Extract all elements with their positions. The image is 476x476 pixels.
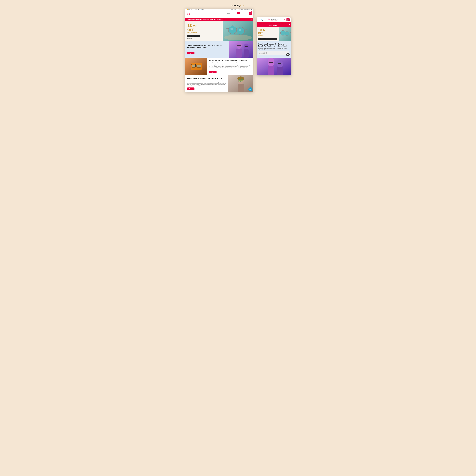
desktop-search[interactable]: 🔍: [226, 12, 240, 14]
multifocal-heading: Look Sharp and See Sharp with Our Multif…: [209, 60, 251, 61]
three-dot-button[interactable]: •••: [286, 53, 289, 56]
bluelight-explore-button[interactable]: Explore: [187, 87, 194, 90]
desktop-hero: 10% OFF sunglasses CODE: PICNIC10 ENDS 7…: [185, 21, 254, 41]
nav-contact-lenses[interactable]: CONTACT LENSES: [231, 17, 241, 18]
promo-close-button[interactable]: ×: [251, 19, 252, 20]
svg-rect-47: [278, 63, 281, 64]
bluelight-image: ANTI BLUE LIGHT: [228, 75, 254, 92]
svg-point-9: [239, 29, 241, 31]
svg-rect-43: [268, 66, 274, 75]
hero-ends: ENDS 7/31: [187, 38, 220, 39]
hero-code-box: CODE: PICNIC10: [187, 35, 200, 37]
svg-rect-14: [244, 50, 249, 58]
svg-point-35: [281, 31, 285, 35]
mobile-model-svg: [257, 58, 291, 75]
sunglasses-model-image: [229, 41, 254, 58]
mobile-sunglasses-body: Bold shapes, futuristic frames, and vers…: [258, 48, 289, 50]
bluelight-heading: Protect Your Eyes with Blue Light Filter…: [187, 78, 226, 79]
mobile-hero-discount: 10%: [258, 28, 277, 32]
mobile-logo-icon: [268, 18, 270, 21]
mobile-search-icon[interactable]: 🔍: [261, 19, 263, 21]
model-svg: [229, 41, 254, 58]
wish-lists-link[interactable]: ♥ Wish Lists: [194, 9, 199, 10]
mobile-logo-sub: PASSION FOR FASHION: [271, 20, 279, 21]
model-placeholder: [229, 41, 254, 58]
order-status-link[interactable]: ⊙ Order Status: [230, 9, 236, 10]
gift-icon: 🎁: [187, 9, 188, 10]
bluelight-body: If you've ever worried about the effect …: [187, 80, 226, 86]
nav-brands[interactable]: BRANDS: [198, 17, 203, 18]
mobile-cart-badge: 0: [289, 18, 290, 19]
desktop-promo-bar: SUMMER SALE 5% OFF + FREE SHIPPING USE C…: [185, 18, 254, 21]
multifocal-image: [185, 58, 207, 75]
desktop-bluelight-section: Protect Your Eyes with Blue Light Filter…: [185, 75, 254, 92]
mobile-model-image: [257, 58, 291, 75]
mobile-cart-button[interactable]: 🛒 0: [287, 18, 289, 21]
search-button[interactable]: 🔍: [237, 12, 240, 14]
heart-icon: ♥: [194, 9, 194, 10]
shopify-title-plus: plus: [240, 4, 244, 7]
nav-activity[interactable]: ACTIVITY: [224, 17, 229, 18]
sunglasses-body: Bold shapes, futuristic frames, and vers…: [187, 49, 227, 51]
topbar-left: 🎁 Gift Card ♥ Wish Lists 📄 Blog: [187, 9, 204, 10]
search-input[interactable]: [226, 12, 237, 14]
hamburger-icon[interactable]: ☰: [258, 19, 259, 21]
sign-in-link[interactable]: 🔒 Sign In or Create an account: [238, 9, 252, 10]
sunglasses-section-left: Sunglasses from over 400 Designer Brands…: [185, 42, 229, 56]
shopify-header: shopifyplus: [2, 2, 474, 9]
anti-blue-light-badge: ANTI BLUE LIGHT: [248, 87, 252, 91]
svg-rect-12: [236, 49, 242, 58]
blog-link[interactable]: 📄 Blog: [200, 9, 204, 10]
svg-rect-26: [238, 84, 244, 92]
hero-sunglasses: sunglasses: [187, 31, 220, 34]
screenshots-wrapper: 🎁 Gift Card ♥ Wish Lists 📄 Blog ⊙ Order …: [185, 9, 291, 92]
user-icon: 🔒: [238, 9, 239, 10]
desktop-cart-button[interactable]: 🛒 0: [249, 12, 252, 15]
rating-stars: ★★★★★: [259, 52, 265, 53]
mobile-hero-ends: ENDS 7/31: [258, 36, 277, 37]
multifocal-body: Are you tired of changing glasses based …: [209, 62, 251, 70]
promo-text: SUMMER SALE 5% OFF + FREE SHIPPING USE C…: [187, 19, 223, 20]
desktop-nav: BRANDS SUNGLASSES EYEGLASSES ACTIVITY CO…: [185, 16, 254, 18]
desktop-sunglasses-section: Sunglasses from over 400 Designer Brands…: [185, 41, 254, 58]
hero-left: 10% OFF sunglasses CODE: PICNIC10 ENDS 7…: [185, 21, 222, 41]
order-icon: ⊙: [230, 9, 230, 10]
mobile-sunglasses-section: Sunglasses from over 400 Designer Brands…: [257, 41, 291, 57]
mobile-hero-sunglasses: sunglasses: [258, 35, 277, 36]
shopify-title-bold: shopify: [232, 4, 240, 7]
mobile-promo-close[interactable]: ×: [289, 24, 290, 26]
mobile-header-left: ☰ 🔍: [258, 19, 263, 21]
svg-line-7: [245, 29, 247, 30]
nav-eyeglasses[interactable]: EYEGLASSES: [214, 17, 221, 18]
rating-box: ★★★★★ 0.0 No rating available: [258, 51, 289, 55]
sunglasses-heading: Sunglasses from over 400 Designer Brands…: [187, 44, 227, 48]
svg-point-31: [241, 80, 243, 82]
logo-text: DESIGNER® OPTICS PASSION FOR FASHION: [191, 13, 202, 14]
svg-point-0: [224, 35, 252, 40]
logo-brand-text: DESIGNER® OPTICS: [191, 13, 202, 14]
hero-image: [222, 21, 254, 41]
mobile-logo-text: DESIGNER® OPTICS PASSION FOR FASHION: [271, 19, 279, 21]
no-rating-text: No rating available: [259, 53, 288, 54]
logo-icon: [187, 12, 190, 15]
mobile-logo[interactable]: DESIGNER® OPTICS PASSION FOR FASHION: [268, 18, 279, 21]
desktop-topbar: 🎁 Gift Card ♥ Wish Lists 📄 Blog ⊙ Order …: [185, 9, 254, 11]
sunglasses-explore-button[interactable]: Explore: [187, 52, 194, 54]
cart-badge: 0: [251, 11, 252, 13]
svg-rect-16: [245, 46, 248, 47]
hero-discount: 10%: [187, 23, 220, 28]
mobile-hero-left: 10% OFF sunglasses ENDS 7/31 CODE: PICNI…: [257, 27, 279, 41]
desktop-logo[interactable]: DESIGNER® OPTICS PASSION FOR FASHION: [187, 12, 202, 15]
blog-icon: 📄: [200, 9, 202, 10]
mobile-wishlist-icon[interactable]: ♥: [284, 19, 285, 21]
multifocal-explore-button[interactable]: Explore: [209, 71, 217, 73]
multifocal-content: Look Sharp and See Sharp with Our Multif…: [207, 58, 254, 75]
nav-sunglasses[interactable]: SUNGLASSES: [204, 17, 212, 18]
topbar-right: ⊙ Order Status 🔒 Sign In or Create an ac…: [230, 9, 252, 10]
glasses-svg: [185, 58, 207, 75]
mobile-hero-off: OFF: [258, 32, 277, 35]
mobile-hero: 10% OFF sunglasses ENDS 7/31 CODE: PICNI…: [257, 27, 291, 41]
svg-rect-23: [197, 65, 201, 67]
gift-card-link[interactable]: 🎁 Gift Card: [187, 9, 192, 10]
mobile-hero-code: CODE: PICNIC10: [258, 38, 277, 40]
